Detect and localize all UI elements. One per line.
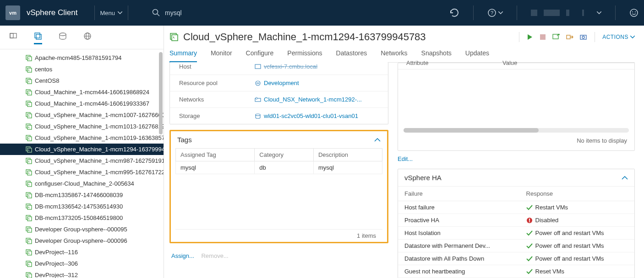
- smiley-button[interactable]: [629, 8, 639, 17]
- svg-point-61: [582, 36, 584, 38]
- list-item[interactable]: Cloud_vSphere_Machine_1-mcm1294-16379994…: [0, 144, 164, 155]
- play-icon[interactable]: [527, 34, 533, 40]
- scrollbar[interactable]: [159, 52, 163, 134]
- svg-rect-52: [27, 262, 32, 267]
- svg-rect-44: [27, 217, 32, 221]
- list-item[interactable]: Cloud_vSphere_Machine_1-mcm1007-16276600…: [0, 109, 164, 121]
- col-description[interactable]: Description: [313, 149, 382, 161]
- svg-rect-50: [27, 251, 32, 255]
- list-item[interactable]: configuser-Cloud_Machine_2-005634: [0, 178, 164, 189]
- svg-rect-38: [27, 182, 32, 187]
- chevron-down-icon: [597, 11, 601, 14]
- svg-point-6: [635, 11, 636, 12]
- svg-rect-22: [27, 91, 32, 95]
- col-assigned-tag[interactable]: Assigned Tag: [176, 149, 255, 161]
- vsphere-ha-card: vSphere HA Failure Response Host failure…: [398, 169, 635, 278]
- storage-tab[interactable]: [59, 32, 67, 44]
- list-item[interactable]: Cloud_vSphere_Machine_1-mcm987-162759191…: [0, 155, 164, 166]
- list-item[interactable]: DevProject--306: [0, 258, 164, 269]
- tab-monitor[interactable]: Monitor: [211, 49, 232, 62]
- tags-card: Tags Assigned Tag Category Description m…: [169, 130, 388, 243]
- assign-tag-link[interactable]: Assign...: [171, 252, 194, 259]
- svg-rect-59: [567, 35, 570, 39]
- svg-rect-16: [27, 57, 32, 61]
- network-tab[interactable]: [83, 32, 92, 44]
- refresh-button[interactable]: [449, 8, 459, 18]
- tab-datastores[interactable]: Datastores: [336, 49, 367, 62]
- hosts-tab[interactable]: [9, 32, 17, 44]
- remove-tag-link: Remove...: [201, 252, 228, 259]
- launch-console-icon[interactable]: [552, 34, 560, 40]
- stop-icon[interactable]: [540, 34, 546, 40]
- inventory-tree[interactable]: Apache-mcm485-158781591794centosCentOS8C…: [0, 49, 164, 278]
- svg-rect-36: [27, 171, 32, 175]
- storage-label: Storage: [179, 112, 255, 119]
- col-failure[interactable]: Failure: [398, 187, 520, 201]
- tab-permissions[interactable]: Permissions: [287, 49, 322, 62]
- list-item[interactable]: Cloud_vSphere_Machine_1-mcm995-162761722…: [0, 166, 164, 178]
- list-item[interactable]: DB-mcm1335867-147466008039: [0, 189, 164, 201]
- pool-icon: [255, 80, 261, 86]
- edit-attributes-link[interactable]: Edit...: [398, 155, 635, 162]
- list-item[interactable]: Developer Group-vsphere--000095: [0, 224, 164, 235]
- list-item[interactable]: Cloud_vSphere_Machine_1-mcm1013-16276819…: [0, 121, 164, 132]
- user-dropdown[interactable]: [531, 10, 601, 16]
- vm-powered-icon: [169, 32, 179, 42]
- svg-point-4: [630, 9, 638, 16]
- collapse-icon[interactable]: [622, 176, 628, 180]
- tab-summary[interactable]: Summary: [169, 49, 197, 63]
- network-link[interactable]: Cloud_NSX_Network_1-mcm1292-...: [264, 96, 362, 103]
- svg-line-1: [157, 14, 159, 16]
- datastore-mini-icon: [255, 113, 261, 119]
- svg-text:?: ?: [491, 10, 493, 16]
- col-category[interactable]: Category: [255, 149, 314, 161]
- list-item[interactable]: Apache-mcm485-158781591794: [0, 52, 164, 64]
- list-item[interactable]: DB-mcm1336542-147536514930: [0, 201, 164, 212]
- svg-rect-68: [529, 219, 530, 221]
- pool-link[interactable]: Development: [264, 80, 299, 86]
- globe-icon: [83, 32, 92, 40]
- list-item[interactable]: Cloud_vSphere_Machine_1-mcm1019-16363857…: [0, 132, 164, 144]
- svg-rect-26: [27, 114, 32, 118]
- svg-rect-62: [255, 64, 261, 69]
- storage-link[interactable]: wld01-sc2vc05-wld01-clu01-vsan01: [264, 112, 358, 119]
- svg-rect-28: [27, 125, 32, 129]
- svg-rect-46: [27, 228, 32, 232]
- tab-configure[interactable]: Configure: [246, 49, 274, 62]
- list-item[interactable]: DevProject--312: [0, 269, 164, 278]
- svg-rect-30: [27, 137, 32, 141]
- snapshot-icon[interactable]: [580, 34, 587, 40]
- table-row[interactable]: mysql db mysql: [176, 161, 382, 174]
- migrate-icon[interactable]: [566, 34, 573, 40]
- svg-rect-69: [529, 221, 530, 222]
- list-item[interactable]: Developer Group-vsphere--000096: [0, 235, 164, 246]
- svg-rect-42: [27, 205, 32, 209]
- collapse-icon[interactable]: [374, 138, 381, 142]
- list-item[interactable]: DevProject--116: [0, 246, 164, 258]
- svg-point-66: [256, 114, 260, 116]
- network-mini-icon: [255, 96, 261, 103]
- list-item[interactable]: Cloud_Machine_1-mcm446-160619933367: [0, 98, 164, 109]
- help-dropdown[interactable]: ?: [487, 8, 503, 17]
- menu-dropdown[interactable]: Menu: [100, 10, 123, 16]
- smiley-icon: [629, 8, 639, 17]
- pool-label: Resource pool: [179, 80, 255, 86]
- host-link[interactable]: vcfesxi-7.cmbu.local: [264, 63, 317, 70]
- svg-rect-60: [580, 35, 586, 39]
- global-search[interactable]: mysql: [152, 9, 182, 17]
- actions-menu[interactable]: ACTIONS: [602, 34, 635, 40]
- svg-point-11: [60, 33, 66, 36]
- menu-label: Menu: [100, 10, 115, 16]
- svg-rect-40: [27, 194, 32, 198]
- horizontal-scrollbar[interactable]: [404, 128, 629, 133]
- col-attribute: Attribute: [406, 59, 502, 66]
- list-item[interactable]: Cloud_Machine_1-mcm444-160619868924: [0, 86, 164, 98]
- col-response[interactable]: Response: [520, 187, 634, 201]
- table-row: Guest not heartbeatingReset VMs: [398, 265, 634, 278]
- list-item[interactable]: CentOS8: [0, 75, 164, 86]
- list-item[interactable]: DB-mcm1373205-150846519800: [0, 212, 164, 224]
- list-item[interactable]: centos: [0, 64, 164, 75]
- help-icon: ?: [487, 8, 497, 17]
- vms-tab[interactable]: [34, 32, 42, 44]
- search-icon: [152, 9, 160, 17]
